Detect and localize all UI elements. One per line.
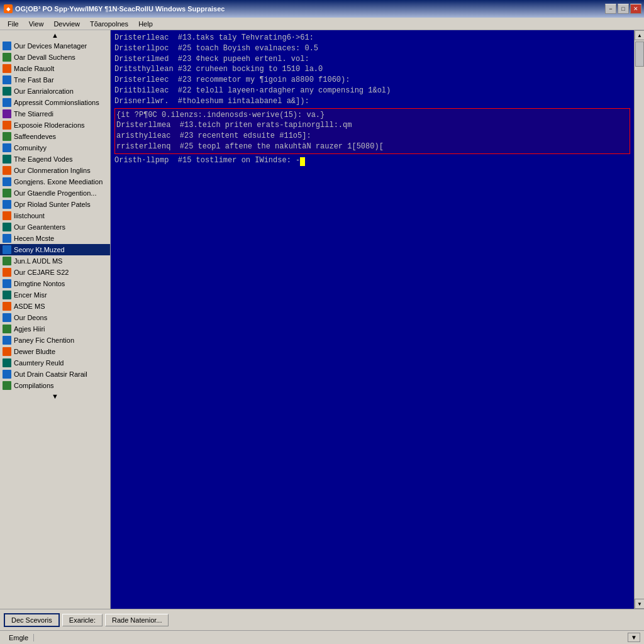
sidebar-item-icon-6: [3, 109, 11, 118]
sidebar-item-label-15: liistchount: [14, 212, 45, 219]
sidebar-scroll-down[interactable]: ▼: [0, 391, 110, 401]
sidebar-item-7[interactable]: Exposoie Rloderacions: [0, 119, 110, 131]
minimize-button[interactable]: −: [605, 4, 616, 14]
sidebar-item-label-11: Our Clonmeration Inglins: [14, 167, 91, 174]
sidebar-item-icon-5: [3, 98, 11, 107]
sidebar-item-8[interactable]: Saffeendeves: [0, 131, 110, 142]
sidebar-item-icon-16: [3, 223, 11, 231]
sidebar-item-17[interactable]: Hecen Mcste: [0, 233, 110, 244]
sidebar-item-28[interactable]: Caumtery Reuld: [0, 357, 110, 369]
sidebar-item-label-18: Seony Kt.Muzed: [14, 246, 65, 253]
sidebar-item-label-24: Our Deons: [14, 314, 47, 321]
sidebar-item-label-2: Macle Rauolt: [14, 65, 54, 72]
rade-natenior-button[interactable]: Rade Natenior...: [105, 614, 169, 626]
sidebar-item-14[interactable]: Opr Riolad Sunter Patels: [0, 199, 110, 210]
sidebar-item-30[interactable]: Compilations: [0, 380, 110, 391]
sidebar-item-13[interactable]: Our Gtaendle Progention...: [0, 187, 110, 199]
terminal-line-4: Dristerlleec #23 recommetor my ¶igoin a8…: [114, 75, 630, 86]
sidebar-item-icon-10: [3, 155, 11, 164]
sidebar-item-26[interactable]: Paney Fic Chention: [0, 335, 110, 346]
menu-toa[interactable]: Tõaropolnes: [85, 19, 133, 29]
menu-devview[interactable]: Devview: [48, 19, 85, 29]
terminal-highlight-block: {it ?P¶0C 0.ilenzs:.indenosds·werive(15)…: [114, 108, 630, 154]
sidebar-item-2[interactable]: Macle Rauolt: [0, 63, 110, 74]
sidebar-item-22[interactable]: Encer Misr: [0, 289, 110, 301]
sidebar-item-11[interactable]: Our Clonmeration Inglins: [0, 165, 110, 176]
menu-view[interactable]: View: [24, 19, 49, 29]
sidebar-scroll-up[interactable]: ▲: [0, 30, 110, 40]
menu-file[interactable]: File: [3, 19, 24, 29]
sidebar-item-icon-9: [3, 143, 11, 152]
terminal-line-5: Driitbilleac #22 teloll layeen·ardagher …: [114, 86, 630, 96]
sidebar-item-10[interactable]: The Eagend Vodes: [0, 153, 110, 165]
sidebar-item-15[interactable]: liistchount: [0, 210, 110, 221]
sidebar-item-label-0: Our Devices Manetager: [14, 42, 87, 50]
sidebar-item-16[interactable]: Our Geantenters: [0, 221, 110, 233]
sidebar-item-icon-28: [3, 358, 11, 367]
sidebar-item-icon-24: [3, 313, 11, 322]
terminal-area[interactable]: Dristerlleac #13.taks taly Tehvrating6·>…: [111, 30, 634, 609]
sidebar-item-label-12: Gongjens. Exone Meediation: [14, 178, 103, 186]
sidebar-item-5[interactable]: Appressit Commionsliations: [0, 97, 110, 108]
terminal-line-3: Dritsthyllean #32 cruheen bocking to 151…: [114, 64, 630, 75]
sidebar-item-label-23: ASDE MS: [14, 303, 45, 310]
sidebar-item-icon-4: [3, 87, 11, 96]
close-button[interactable]: ✕: [630, 4, 641, 14]
exaricle-button[interactable]: Exaricle:: [62, 614, 103, 626]
sidebar-item-9[interactable]: Comunityy: [0, 142, 110, 153]
sidebar-item-4[interactable]: Our Eanrialorcation: [0, 86, 110, 97]
terminal-line-2: Dristerilmed #23 ¢heck pupeeh ertenl. vo…: [114, 54, 630, 65]
sidebar-item-1[interactable]: Oar Devall Suchens: [0, 52, 110, 63]
sidebar-item-icon-17: [3, 234, 11, 243]
sidebar-item-icon-30: [3, 381, 11, 390]
dec-scevoris-button[interactable]: Dec Scevoris: [4, 613, 60, 627]
sidebar-item-0[interactable]: Our Devices Manetager: [0, 40, 110, 52]
sidebar-item-19[interactable]: Jun.L AUDL MS: [0, 255, 110, 267]
sidebar-item-icon-14: [3, 200, 11, 209]
sidebar-item-20[interactable]: Our CEJARE S22: [0, 267, 110, 278]
scroll-down-button[interactable]: ▼: [635, 599, 644, 609]
title-bar-left: ◆ OG¦OB³ PO Spp·Yww/lM6Y ¶1N·ScacRollU W…: [4, 4, 225, 13]
sidebar-item-icon-1: [3, 53, 11, 62]
sidebar-item-icon-3: [3, 75, 11, 84]
app-icon: ◆: [4, 4, 13, 13]
sidebar-item-icon-29: [3, 370, 11, 379]
sidebar-item-27[interactable]: Dewer Bludte: [0, 346, 110, 357]
sidebar-item-label-21: Dimgtine Nontos: [14, 280, 65, 287]
sidebar-item-3[interactable]: Tne Fast Bar: [0, 74, 110, 86]
sidebar-item-label-5: Appressit Commionsliations: [14, 99, 99, 106]
terminal-cursor: [300, 157, 305, 166]
sidebar-item-icon-25: [3, 325, 11, 333]
sidebar-item-icon-0: [3, 42, 11, 50]
scroll-track[interactable]: [635, 40, 644, 599]
status-dropdown-button[interactable]: ▼: [628, 633, 640, 642]
sidebar-item-label-14: Opr Riolad Sunter Patels: [14, 201, 91, 208]
window-title: OG¦OB³ PO Spp·Yww/lM6Y ¶1N·ScacRollU Win…: [15, 5, 225, 13]
sidebar-item-label-20: Our CEJARE S22: [14, 269, 69, 276]
sidebar-item-12[interactable]: Gongjens. Exone Meediation: [0, 176, 110, 187]
sidebar-item-label-1: Oar Devall Suchens: [14, 53, 75, 61]
sidebar-item-label-17: Hecen Mcste: [14, 235, 54, 242]
terminal-line-6: Drisnerllwr. #tholeshum iintalabanel a&]…: [114, 96, 630, 107]
sidebar-item-29[interactable]: Out Drain Caatsir Rarail: [0, 369, 110, 380]
sidebar-item-label-28: Caumtery Reuld: [14, 359, 64, 367]
status-dropdown[interactable]: ▼: [628, 633, 640, 642]
scroll-thumb[interactable]: [635, 42, 644, 67]
maximize-button[interactable]: □: [618, 4, 629, 14]
terminal-line-1: Dristerllpoc #25 toach Boyish evalnaces:…: [114, 43, 630, 54]
sidebar-item-21[interactable]: Dimgtine Nontos: [0, 278, 110, 289]
sidebar-item-label-9: Comunityy: [14, 144, 47, 152]
title-bar: ◆ OG¦OB³ PO Spp·Yww/lM6Y ¶1N·ScacRollU W…: [0, 0, 644, 18]
sidebar-item-icon-19: [3, 257, 11, 265]
sidebar-item-icon-22: [3, 291, 11, 299]
sidebar-item-label-16: Our Geantenters: [14, 223, 65, 231]
sidebar-item-24[interactable]: Our Deons: [0, 312, 110, 323]
scroll-up-button[interactable]: ▲: [635, 30, 644, 40]
sidebar-item-25[interactable]: Agjes Hiiri: [0, 323, 110, 335]
menu-help[interactable]: Help: [133, 19, 158, 29]
sidebar-item-23[interactable]: ASDE MS: [0, 301, 110, 312]
sidebar-item-6[interactable]: The Stiarredi: [0, 108, 110, 119]
sidebar-item-18[interactable]: Seony Kt.Muzed: [0, 244, 110, 255]
sidebar-item-icon-11: [3, 166, 11, 175]
sidebar-item-icon-2: [3, 64, 11, 73]
